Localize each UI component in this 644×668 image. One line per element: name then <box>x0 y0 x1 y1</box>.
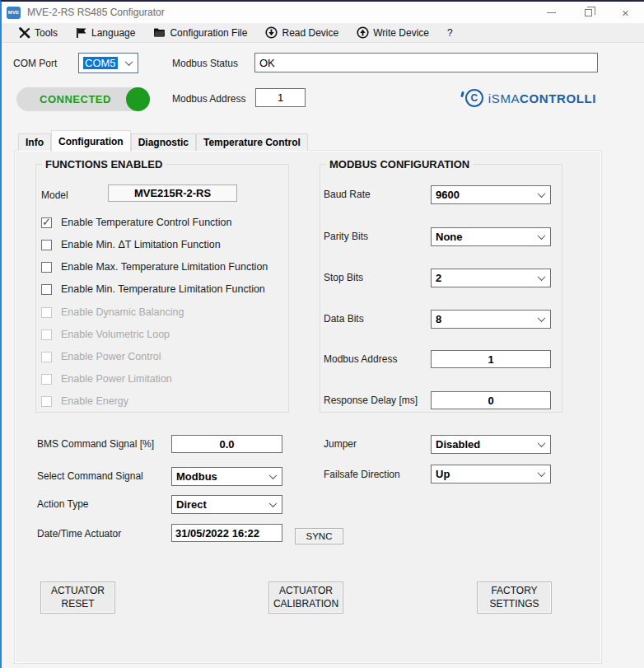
checkbox-enable-power-limitation: Enable Power Limitation <box>41 373 172 385</box>
restore-icon <box>585 9 592 16</box>
menu-label: Write Device <box>373 27 429 39</box>
isma-controlli-logo-icon: C <box>465 89 483 107</box>
write-device-icon <box>357 26 369 39</box>
jumper-label: Jumper <box>324 438 357 450</box>
com-port-select[interactable]: COM5 <box>78 53 138 73</box>
tab-temperature-control[interactable]: Temperature Control <box>196 133 308 151</box>
checkbox-icon <box>41 240 52 250</box>
flag-icon <box>76 27 87 39</box>
jumper-select[interactable]: Disabled <box>431 435 551 454</box>
folder-icon <box>153 27 166 38</box>
bms-command-signal-label: BMS Command Signal [%] <box>37 438 154 450</box>
functions-enabled-title: FUNCTIONS ENABLED <box>42 158 166 171</box>
connection-status-text: CONNECTED <box>16 93 126 105</box>
response-delay-field[interactable]: 0 <box>431 391 551 409</box>
checkbox-enable-power-control: Enable Power Control <box>41 351 161 362</box>
tab-info[interactable]: Info <box>18 133 51 151</box>
stop-bits-label: Stop Bits <box>324 272 363 283</box>
modbus-status-field[interactable]: OK <box>254 53 598 72</box>
configuration-tab-page: FUNCTIONS ENABLED Model MVE215R-2-RS Ena… <box>15 151 601 663</box>
brand-logo: C iSMACONTROLLI <box>465 89 596 107</box>
com-port-value: COM5 <box>83 57 118 69</box>
checkbox-enable-min-temperature-limitation[interactable]: Enable Min. Temperature Limitation Funct… <box>41 283 265 295</box>
chevron-down-icon <box>532 269 550 287</box>
menu-tools[interactable]: Tools <box>10 23 67 42</box>
menu-write-device[interactable]: Write Device <box>348 23 438 42</box>
connection-status-indicator[interactable]: CONNECTED <box>16 87 150 111</box>
minimize-icon <box>547 12 556 13</box>
action-type-select[interactable]: Direct <box>171 495 282 514</box>
select-command-signal-label: Select Command Signal <box>37 470 143 482</box>
menu-label: Read Device <box>282 27 338 39</box>
menu-bar: Tools Language Configuration File Read D… <box>2 23 644 43</box>
actuator-calibration-button[interactable]: ACTUATOR CALIBRATION <box>268 582 343 614</box>
response-delay-label: Response Delay [ms] <box>324 395 418 406</box>
menu-language[interactable]: Language <box>67 23 144 42</box>
parity-bits-label: Parity Bits <box>324 231 368 242</box>
select-command-signal-select[interactable]: Modbus <box>171 467 282 486</box>
modbus-configuration-title: MODBUS CONFIGURATION <box>326 158 473 171</box>
failsafe-direction-label: Failsafe Direction <box>324 469 400 480</box>
chevron-down-icon <box>532 311 550 328</box>
read-device-icon <box>265 26 278 39</box>
checkbox-icon <box>41 262 52 273</box>
menu-configuration-file[interactable]: Configuration File <box>144 23 256 42</box>
chevron-down-icon <box>264 496 282 513</box>
checkbox-icon <box>41 352 52 362</box>
tab-configuration[interactable]: Configuration <box>51 130 131 152</box>
chevron-down-icon <box>532 465 550 483</box>
baud-rate-label: Baud Rate <box>324 189 371 200</box>
modbus-address-field[interactable]: 1 <box>255 88 306 107</box>
brand-name: iSMACONTROLLI <box>488 91 596 105</box>
model-label: Model <box>41 189 68 201</box>
data-bits-label: Data Bits <box>324 313 364 325</box>
com-port-label: COM Port <box>13 58 57 69</box>
chevron-down-icon <box>264 468 282 485</box>
modbus-config-address-field[interactable]: 1 <box>431 350 551 368</box>
checkbox-enable-max-temperature-limitation[interactable]: Enable Max. Temperature Limitation Funct… <box>41 261 268 273</box>
failsafe-direction-select[interactable]: Up <box>431 465 551 483</box>
tab-strip: Info Configuration Diagnostic Temperatur… <box>18 130 308 151</box>
tools-icon <box>19 27 30 39</box>
datetime-actuator-field[interactable]: 31/05/2022 16:22 <box>171 524 282 542</box>
model-value-box: MVE215R-2-RS <box>108 185 237 202</box>
close-button[interactable]: × <box>607 2 644 23</box>
bms-command-signal-field[interactable]: 0.0 <box>171 435 282 453</box>
chevron-down-icon <box>532 186 550 203</box>
checkbox-enable-dynamic-balancing: Enable Dynamic Balancing <box>41 306 184 318</box>
modbus-config-address-label: Modbus Address <box>324 353 397 365</box>
data-bits-select[interactable]: 8 <box>431 310 551 329</box>
parity-bits-select[interactable]: None <box>431 227 551 246</box>
checkbox-enable-min-dt-limitation[interactable]: Enable Min. ΔT Limitation Function <box>41 239 221 250</box>
tab-diagnostic[interactable]: Diagnostic <box>131 133 196 151</box>
checkbox-icon <box>41 374 52 385</box>
close-icon: × <box>622 7 629 19</box>
window-title: MVE-2-RS RS485 Configurator <box>27 7 165 18</box>
checkbox-enable-energy: Enable Energy <box>41 395 128 407</box>
checkbox-icon <box>41 284 52 295</box>
datetime-actuator-label: Date/Time Actuator <box>37 528 121 540</box>
chevron-down-icon <box>532 228 550 245</box>
menu-label: ? <box>447 27 453 39</box>
checkbox-icon <box>41 396 52 407</box>
checkbox-icon <box>41 329 52 340</box>
menu-help[interactable]: ? <box>438 23 462 42</box>
checkbox-icon <box>41 307 52 318</box>
app-icon: MVE <box>7 7 21 19</box>
checkbox-icon <box>41 217 52 228</box>
restore-button[interactable] <box>570 2 607 23</box>
minimize-button[interactable] <box>533 2 570 23</box>
checkbox-enable-volumetric-loop: Enable Volumetric Loop <box>41 329 170 340</box>
stop-bits-select[interactable]: 2 <box>431 269 551 287</box>
actuator-reset-button[interactable]: ACTUATOR RESET <box>40 582 115 614</box>
factory-settings-button[interactable]: FACTORY SETTINGS <box>477 582 552 614</box>
chevron-down-icon <box>532 436 550 453</box>
sync-button[interactable]: SYNC <box>295 528 343 544</box>
app-window: MVE MVE-2-RS RS485 Configurator × Tools … <box>0 0 644 668</box>
action-type-label: Action Type <box>37 498 88 510</box>
menu-read-device[interactable]: Read Device <box>256 23 348 42</box>
menu-label: Tools <box>35 27 58 39</box>
checkbox-enable-temperature-control[interactable]: Enable Temperature Control Function <box>41 217 232 228</box>
chevron-down-icon <box>119 54 138 72</box>
baud-rate-select[interactable]: 9600 <box>431 185 551 204</box>
